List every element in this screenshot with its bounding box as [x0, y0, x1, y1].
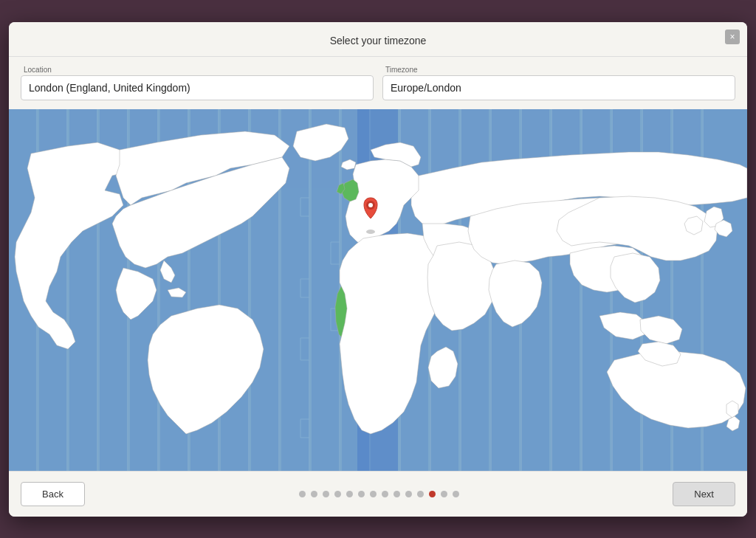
location-label: Location [21, 66, 374, 74]
next-button[interactable]: Next [673, 482, 735, 506]
pagination-dots [299, 491, 459, 497]
svg-rect-11 [312, 109, 339, 471]
timezone-dialog: Select your timezone × Location Timezone [9, 22, 747, 517]
timezone-input[interactable] [382, 75, 735, 100]
pagination-dot-9 [394, 491, 400, 497]
dialog-footer: Back Next [9, 471, 747, 517]
back-button[interactable]: Back [21, 482, 85, 506]
pagination-dot-3 [323, 491, 329, 497]
pagination-dot-1 [299, 491, 306, 497]
svg-point-48 [366, 230, 375, 234]
location-input[interactable] [21, 75, 374, 100]
timezone-label: Timezone [382, 66, 735, 74]
pagination-dot-13 [441, 491, 447, 497]
pagination-dot-10 [405, 491, 412, 497]
pagination-dot-8 [382, 491, 388, 497]
dialog-header: Select your timezone × [9, 22, 747, 57]
pagination-dot-11 [417, 491, 424, 497]
location-field-group: Location [21, 66, 374, 100]
close-button[interactable]: × [725, 30, 740, 44]
fields-row: Location Timezone [9, 57, 747, 109]
world-map[interactable] [9, 109, 747, 471]
pagination-dot-12 [429, 491, 436, 497]
pagination-dot-5 [346, 491, 353, 497]
pagination-dot-2 [311, 491, 317, 497]
pagination-dot-6 [358, 491, 365, 497]
pagination-dot-4 [334, 491, 341, 497]
pagination-dot-14 [453, 491, 459, 497]
svg-point-50 [368, 203, 373, 207]
timezone-field-group: Timezone [382, 66, 735, 100]
pagination-dot-7 [370, 491, 377, 497]
dialog-title: Select your timezone [330, 35, 427, 46]
